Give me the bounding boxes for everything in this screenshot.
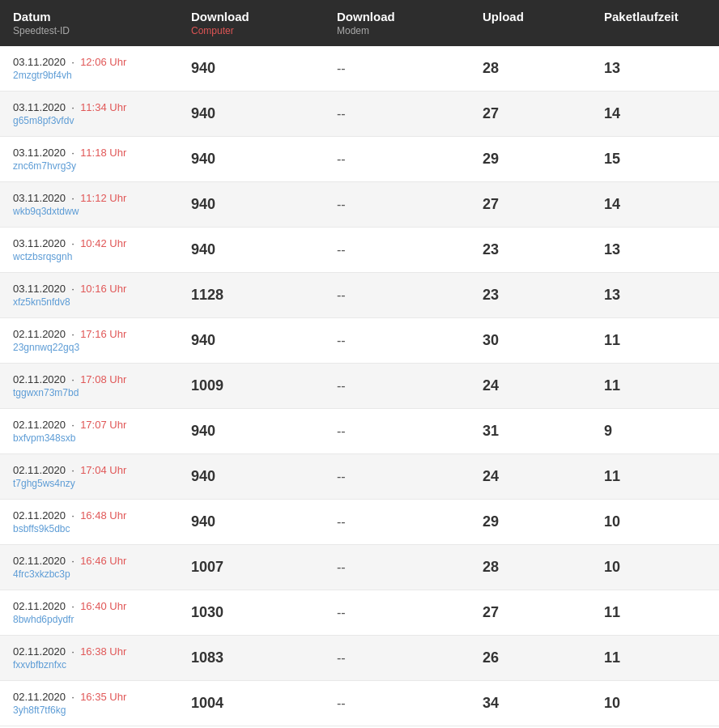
header-upload: Upload	[470, 0, 591, 46]
download-modem-value: --	[324, 318, 470, 364]
download-computer-value: 1030	[178, 590, 324, 636]
upload-value: 27	[470, 182, 591, 228]
speedtest-id: 23gnnwq22gq3	[13, 342, 165, 353]
download-modem-value: --	[324, 182, 470, 228]
speedtest-table: Datum Speedtest-ID Download Computer Dow…	[0, 0, 719, 726]
table-row: 02.11.2020 · 17:08 Uhr tggwxn73m7bd 1009…	[0, 364, 719, 409]
paket-value: 13	[591, 273, 719, 318]
date-cell: 03.11.2020 · 10:42 Uhr wctzbsrqsgnh	[0, 228, 178, 273]
date-cell: 03.11.2020 · 10:16 Uhr xfz5kn5nfdv8	[0, 273, 178, 318]
date-value: 03.11.2020	[13, 101, 66, 113]
download-modem-value: --	[324, 681, 470, 726]
header-paketlaufzeit: Paketlaufzeit	[591, 0, 719, 46]
time-value: 11:34 Uhr	[80, 101, 126, 113]
date-cell: 03.11.2020 · 11:18 Uhr znc6m7hvrg3y	[0, 137, 178, 182]
speedtest-id: znc6m7hvrg3y	[13, 160, 165, 172]
download-computer-value: 1083	[178, 636, 324, 681]
upload-value: 26	[470, 636, 591, 681]
time-value: 17:16 Uhr	[80, 328, 126, 340]
table-row: 03.11.2020 · 11:12 Uhr wkb9q3dxtdww 940 …	[0, 182, 719, 228]
download-computer-value: 940	[178, 318, 324, 364]
table-header-row: Datum Speedtest-ID Download Computer Dow…	[0, 0, 719, 46]
speedtest-id: 2mzgtr9bf4vh	[13, 70, 165, 81]
date-value: 03.11.2020	[13, 283, 66, 295]
date-cell: 02.11.2020 · 17:04 Uhr t7ghg5ws4nzy	[0, 454, 178, 500]
download-modem-value: --	[324, 500, 470, 545]
speedtest-id: 3yh8ft7tf6kg	[13, 705, 165, 716]
upload-value: 31	[470, 409, 591, 454]
speedtest-id: bsbffs9k5dbc	[13, 523, 165, 534]
upload-value: 30	[470, 318, 591, 364]
date-cell: 03.11.2020 · 11:34 Uhr g65m8pf3vfdv	[0, 92, 178, 137]
paket-value: 9	[591, 409, 719, 454]
download-computer-value: 1009	[178, 364, 324, 409]
download-modem-value: --	[324, 46, 470, 92]
speedtest-id: tggwxn73m7bd	[13, 387, 165, 398]
date-cell: 02.11.2020 · 16:40 Uhr 8bwhd6pdydfr	[0, 590, 178, 636]
paket-value: 10	[591, 545, 719, 590]
date-cell: 02.11.2020 · 17:08 Uhr tggwxn73m7bd	[0, 364, 178, 409]
upload-value: 23	[470, 273, 591, 318]
date-value: 03.11.2020	[13, 192, 66, 204]
date-cell: 03.11.2020 · 12:06 Uhr 2mzgtr9bf4vh	[0, 46, 178, 92]
table-row: 03.11.2020 · 12:06 Uhr 2mzgtr9bf4vh 940 …	[0, 46, 719, 92]
download-modem-value: --	[324, 228, 470, 273]
table-row: 02.11.2020 · 16:46 Uhr 4frc3xkzbc3p 1007…	[0, 545, 719, 590]
date-cell: 02.11.2020 · 16:38 Uhr fxxvbfbznfxc	[0, 636, 178, 681]
paket-value: 13	[591, 228, 719, 273]
speedtest-id: g65m8pf3vfdv	[13, 115, 165, 126]
speedtest-id: bxfvpm348sxb	[13, 432, 165, 444]
date-value: 02.11.2020	[13, 645, 66, 658]
paket-value: 14	[591, 92, 719, 137]
download-computer-value: 940	[178, 454, 324, 500]
download-computer-value: 940	[178, 137, 324, 182]
upload-value: 28	[470, 545, 591, 590]
table-row: 03.11.2020 · 11:18 Uhr znc6m7hvrg3y 940 …	[0, 137, 719, 182]
upload-value: 29	[470, 500, 591, 545]
speedtest-id: wctzbsrqsgnh	[13, 251, 165, 262]
time-value: 16:35 Uhr	[80, 691, 126, 703]
time-value: 16:38 Uhr	[80, 645, 126, 658]
upload-value: 27	[470, 92, 591, 137]
time-value: 16:48 Uhr	[80, 509, 126, 522]
time-value: 17:07 Uhr	[80, 419, 126, 431]
paket-value: 10	[591, 500, 719, 545]
table-row: 02.11.2020 · 16:35 Uhr 3yh8ft7tf6kg 1004…	[0, 681, 719, 726]
date-value: 02.11.2020	[13, 600, 66, 612]
download-modem-value: --	[324, 636, 470, 681]
date-cell: 02.11.2020 · 16:48 Uhr bsbffs9k5dbc	[0, 500, 178, 545]
time-value: 11:12 Uhr	[80, 192, 126, 204]
download-computer-value: 940	[178, 228, 324, 273]
date-value: 03.11.2020	[13, 56, 66, 68]
time-value: 17:04 Uhr	[80, 464, 126, 476]
header-download-computer: Download Computer	[178, 0, 324, 46]
table-row: 03.11.2020 · 10:16 Uhr xfz5kn5nfdv8 1128…	[0, 273, 719, 318]
download-modem-value: --	[324, 454, 470, 500]
speedtest-id: xfz5kn5nfdv8	[13, 296, 165, 308]
time-value: 11:18 Uhr	[80, 147, 126, 159]
download-computer-value: 1007	[178, 545, 324, 590]
date-cell: 02.11.2020 · 16:46 Uhr 4frc3xkzbc3p	[0, 545, 178, 590]
table-row: 02.11.2020 · 17:07 Uhr bxfvpm348sxb 940 …	[0, 409, 719, 454]
download-computer-value: 1004	[178, 681, 324, 726]
speedtest-id: wkb9q3dxtdww	[13, 206, 165, 217]
table-row: 02.11.2020 · 17:04 Uhr t7ghg5ws4nzy 940 …	[0, 454, 719, 500]
paket-value: 11	[591, 590, 719, 636]
table-row: 02.11.2020 · 16:40 Uhr 8bwhd6pdydfr 1030…	[0, 590, 719, 636]
download-modem-value: --	[324, 590, 470, 636]
table-body: 03.11.2020 · 12:06 Uhr 2mzgtr9bf4vh 940 …	[0, 46, 719, 726]
time-value: 16:46 Uhr	[80, 555, 126, 567]
date-value: 02.11.2020	[13, 373, 66, 385]
speedtest-id: fxxvbfbznfxc	[13, 659, 165, 671]
date-cell: 02.11.2020 · 17:07 Uhr bxfvpm348sxb	[0, 409, 178, 454]
date-cell: 03.11.2020 · 11:12 Uhr wkb9q3dxtdww	[0, 182, 178, 228]
upload-value: 23	[470, 228, 591, 273]
time-value: 17:08 Uhr	[80, 373, 126, 385]
paket-value: 11	[591, 454, 719, 500]
table-row: 02.11.2020 · 16:38 Uhr fxxvbfbznfxc 1083…	[0, 636, 719, 681]
date-cell: 02.11.2020 · 17:16 Uhr 23gnnwq22gq3	[0, 318, 178, 364]
date-cell: 02.11.2020 · 16:35 Uhr 3yh8ft7tf6kg	[0, 681, 178, 726]
upload-value: 29	[470, 137, 591, 182]
date-value: 02.11.2020	[13, 555, 66, 567]
speedtest-id: 4frc3xkzbc3p	[13, 568, 165, 580]
